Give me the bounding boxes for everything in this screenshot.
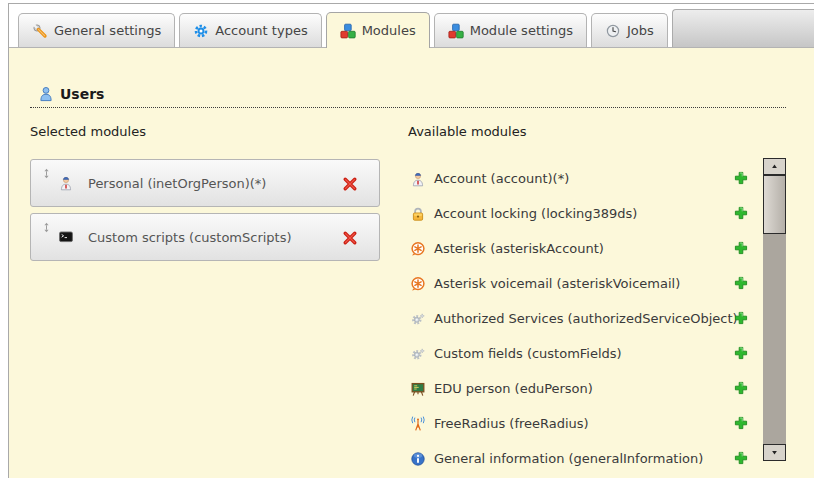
add-module-button[interactable] [733,415,749,431]
available-module-row: Custom fields (customFields) [408,336,786,371]
gears-icon [410,311,426,327]
add-module-button[interactable] [733,275,749,291]
drag-handle-icon[interactable] [41,166,52,181]
terminal-icon [58,229,74,245]
config-panel: General settings Account types Modules M… [8,3,814,478]
modules-tab-content: Users Selected modules Available modules… [9,48,814,478]
selected-modules-list: Personal (inetOrgPerson)(*) Custom scrip… [30,159,380,267]
scrollbar[interactable] [763,158,786,461]
selected-module-row[interactable]: Custom scripts (customScripts) [30,213,380,261]
tab-label: Modules [362,23,416,38]
available-module-row: EDU person (eduPerson) [408,371,786,406]
tab-modules[interactable]: Modules [326,12,430,48]
available-module-label: Authorized Services (authorizedServiceOb… [434,311,738,326]
add-module-button[interactable] [733,170,749,186]
person-icon [58,175,74,191]
remove-module-button[interactable] [342,176,358,192]
tab-label: Module settings [470,23,573,38]
selected-modules-heading: Selected modules [30,124,146,139]
tab-label: Jobs [627,23,654,38]
selected-module-label: Personal (inetOrgPerson)(*) [88,176,266,191]
antenna-icon [410,416,426,432]
scrollbar-thumb[interactable] [763,175,786,234]
scroll-up-icon [770,162,779,171]
available-modules-list: Account (account)(*) Account locking (lo… [408,161,786,476]
info-icon [410,451,426,467]
person-icon [410,171,426,187]
wrench-icon [32,23,48,39]
tab-label: Account types [215,23,307,38]
selected-module-label: Custom scripts (customScripts) [88,230,292,245]
available-module-row: Account locking (locking389ds) [408,196,786,231]
tab-general-settings[interactable]: General settings [18,13,175,47]
available-module-label: Asterisk voicemail (asteriskVoicemail) [434,276,680,291]
gear-icon [193,23,209,39]
gears-icon [410,346,426,362]
scroll-down-button[interactable] [763,444,786,461]
remove-module-button[interactable] [342,230,358,246]
available-module-label: General information (generalInformation) [434,451,703,466]
drag-handle-icon[interactable] [41,220,52,235]
tab-account-types[interactable]: Account types [179,13,321,47]
available-module-label: Asterisk (asteriskAccount) [434,241,604,256]
asterisk-icon [410,276,426,292]
available-module-label: Account (account)(*) [434,171,569,186]
user-icon [38,86,54,102]
section-title-text: Users [60,86,104,102]
users-section-title: Users [30,86,786,108]
available-module-row: General information (generalInformation) [408,441,786,476]
tab-jobs[interactable]: Jobs [591,13,668,47]
asterisk-icon [410,241,426,257]
add-module-button[interactable] [733,450,749,466]
chalkboard-icon [410,381,426,397]
available-module-row: Account (account)(*) [408,161,786,196]
clock-icon [605,23,621,39]
available-module-row: Asterisk voicemail (asteriskVoicemail) [408,266,786,301]
add-module-button[interactable] [733,240,749,256]
modules-icon [340,23,356,39]
modules-icon [448,23,464,39]
add-module-button[interactable] [733,380,749,396]
lock-icon [410,206,426,222]
available-module-row: FreeRadius (freeRadius) [408,406,786,441]
tab-bar: General settings Account types Modules M… [9,4,814,48]
tab-label: General settings [54,23,161,38]
scroll-up-button[interactable] [763,158,786,175]
add-module-button[interactable] [733,310,749,326]
tab-bar-filler [672,9,814,47]
selected-module-row[interactable]: Personal (inetOrgPerson)(*) [30,159,380,207]
available-modules-heading: Available modules [408,124,526,139]
available-module-row: Authorized Services (authorizedServiceOb… [408,301,786,336]
scroll-down-icon [770,448,779,457]
available-module-label: EDU person (eduPerson) [434,381,593,396]
available-module-label: FreeRadius (freeRadius) [434,416,589,431]
tab-module-settings[interactable]: Module settings [434,13,587,47]
available-module-label: Custom fields (customFields) [434,346,622,361]
available-module-label: Account locking (locking389ds) [434,206,637,221]
add-module-button[interactable] [733,345,749,361]
available-module-row: Asterisk (asteriskAccount) [408,231,786,266]
add-module-button[interactable] [733,205,749,221]
